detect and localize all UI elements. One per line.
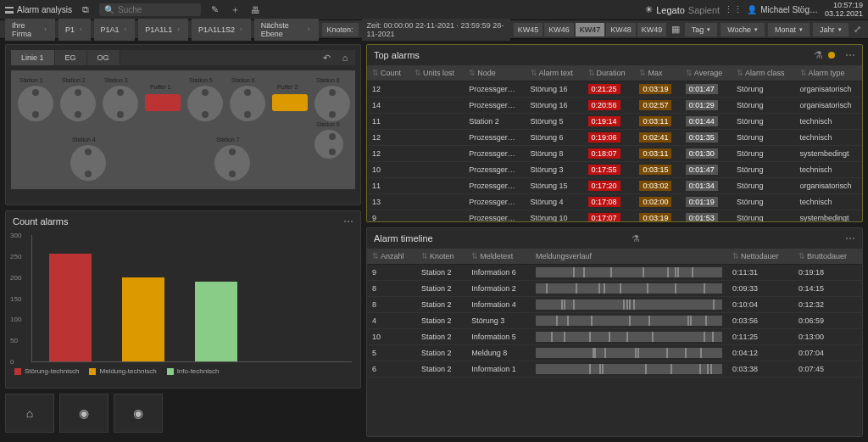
station-5[interactable]: [187, 86, 223, 121]
sort-icon[interactable]: ⇅: [800, 69, 807, 77]
panel-menu-icon[interactable]: ⋯: [343, 215, 353, 227]
table-header[interactable]: ⇅Duration: [583, 65, 635, 81]
target-button-2[interactable]: ◉: [114, 394, 163, 433]
sort-icon[interactable]: ⇅: [469, 69, 476, 77]
table-row[interactable]: 14Prozessger…Störung 160:20:560:02:570:0…: [367, 98, 862, 114]
table-header[interactable]: ⇅Units lost: [409, 65, 464, 81]
period-select[interactable]: Monat ▾: [768, 23, 810, 36]
week-button[interactable]: KW49: [637, 23, 667, 36]
filter-icon[interactable]: ⚗: [814, 49, 823, 61]
table-row[interactable]: 11Prozessger…Störung 150:17:200:03:020:0…: [367, 178, 862, 194]
sort-icon[interactable]: ⇅: [798, 252, 805, 260]
buffer-1-label: Puffer 1: [150, 84, 170, 90]
table-row[interactable]: 6Station 2Information 10:03:380:07:45: [367, 361, 862, 378]
table-row[interactable]: 9Station 2Information 60:11:310:19:18: [367, 265, 862, 281]
table-row[interactable]: 9Prozessger…Störung 100:17:070:03:190:01…: [367, 210, 862, 222]
table-header[interactable]: ⇅Nettodauer: [727, 249, 793, 265]
table-row[interactable]: 10Prozessger…Störung 30:17:550:03:150:01…: [367, 162, 862, 178]
station-2[interactable]: [60, 86, 96, 121]
flow-tab[interactable]: OG: [87, 50, 120, 65]
table-row[interactable]: 8Station 2Information 40:10:040:12:32: [367, 297, 862, 313]
period-select[interactable]: Jahr ▾: [813, 23, 849, 36]
table-header[interactable]: ⇅Anzahl: [367, 249, 416, 265]
table-header[interactable]: ⇅Bruttodauer: [793, 249, 862, 265]
table-header[interactable]: ⇅Average: [681, 65, 732, 81]
table-header[interactable]: ⇅Count: [367, 65, 409, 81]
sort-icon[interactable]: ⇅: [732, 252, 739, 260]
week-button[interactable]: KW45: [514, 23, 543, 36]
table-header[interactable]: ⇅Node: [464, 65, 525, 81]
breadcrumb-item[interactable]: Ihre Firma›: [5, 19, 55, 41]
week-button[interactable]: KW48: [606, 23, 636, 36]
table-row[interactable]: 4Station 2Störung 30:03:560:06:59: [367, 313, 862, 329]
home-icon[interactable]: ⌂: [338, 51, 352, 64]
sort-icon[interactable]: ⇅: [588, 69, 595, 77]
apps-icon[interactable]: ⋮⋮: [726, 3, 740, 17]
table-row[interactable]: 10Station 2Information 50:11:250:13:00: [367, 329, 862, 345]
table-header[interactable]: ⇅Max: [634, 65, 680, 81]
expand-icon[interactable]: ⤢: [852, 23, 863, 36]
search-box[interactable]: 🔍: [99, 3, 201, 16]
chart-bar[interactable]: [195, 282, 237, 361]
table-header[interactable]: ⇅Alarm class: [732, 65, 795, 81]
table-header[interactable]: ⇅Alarm text: [526, 65, 583, 81]
home-button[interactable]: ⌂: [5, 394, 54, 433]
sort-icon[interactable]: ⇅: [531, 69, 537, 77]
table-row[interactable]: 5Station 2Meldung 80:04:120:07:04: [367, 345, 862, 361]
edit-icon[interactable]: ✎: [208, 3, 221, 17]
station-7[interactable]: [214, 145, 250, 181]
sort-icon[interactable]: ⇅: [372, 69, 379, 77]
flow-tab[interactable]: EG: [55, 50, 87, 65]
sort-icon[interactable]: ⇅: [372, 252, 379, 260]
user-menu[interactable]: 👤 Michael Stög…: [747, 5, 818, 14]
breadcrumb-item[interactable]: P1A1›: [94, 19, 136, 41]
breadcrumb-item[interactable]: Nächste Ebene›: [254, 19, 319, 41]
station-6[interactable]: [230, 86, 265, 121]
buffer-1[interactable]: [145, 94, 181, 111]
table-header[interactable]: ⇅Alarm type: [795, 65, 862, 81]
panel-menu-icon[interactable]: ⋯: [845, 232, 855, 244]
table-row[interactable]: 12Prozessger…Störung 60:19:060:02:410:01…: [367, 130, 862, 146]
table-row[interactable]: 12Prozessger…Störung 80:18:070:03:110:01…: [367, 146, 862, 162]
print-icon[interactable]: 🖶: [248, 3, 262, 17]
flow-tab[interactable]: Linie 1: [11, 50, 55, 65]
table-row[interactable]: 8Station 2Information 20:09:330:14:15: [367, 281, 862, 297]
filter-icon[interactable]: ⚗: [632, 233, 640, 244]
period-select[interactable]: Woche ▾: [721, 23, 765, 36]
breadcrumb-item[interactable]: P1A1L1›: [138, 19, 188, 41]
target-button-1[interactable]: ◉: [59, 394, 108, 433]
table-header[interactable]: Meldungsverlauf: [531, 249, 727, 265]
add-icon[interactable]: ＋: [228, 3, 242, 17]
station-4[interactable]: [70, 145, 106, 181]
station-9[interactable]: [314, 130, 343, 159]
sort-icon[interactable]: ⇅: [737, 69, 743, 77]
panel-menu-icon[interactable]: ⋯: [845, 49, 855, 61]
sort-icon[interactable]: ⇅: [415, 69, 421, 77]
table-row[interactable]: 12Prozessger…Störung 160:21:250:03:190:0…: [367, 81, 862, 98]
period-select[interactable]: Tag ▾: [685, 23, 718, 36]
station-3[interactable]: [103, 86, 138, 121]
sort-icon[interactable]: ⇅: [421, 252, 428, 260]
calendar-icon[interactable]: ▦: [670, 23, 681, 36]
chart-bar[interactable]: [122, 277, 164, 361]
back-icon[interactable]: ↶: [320, 51, 333, 64]
buffer-2[interactable]: [272, 94, 308, 111]
week-button[interactable]: KW46: [544, 23, 574, 36]
sort-icon[interactable]: ⇅: [471, 252, 478, 260]
week-button[interactable]: KW47: [576, 23, 605, 36]
flow-canvas[interactable]: Station 1 Station 2 Station 3 Puffer 1 S…: [11, 70, 355, 189]
sort-icon[interactable]: ⇅: [686, 69, 693, 77]
table-header[interactable]: ⇅Meldetext: [466, 249, 531, 265]
table-row[interactable]: 11Station 2Störung 50:19:140:03:110:01:4…: [367, 114, 862, 130]
station-1[interactable]: [18, 86, 53, 121]
breadcrumb-item[interactable]: P1›: [58, 19, 91, 41]
station-8[interactable]: [314, 86, 350, 121]
breadcrumb-item[interactable]: P1A1L1S2›: [192, 19, 251, 41]
table-row[interactable]: 13Prozessger…Störung 40:17:080:02:000:01…: [367, 194, 862, 210]
copy-icon[interactable]: ⧉: [79, 3, 92, 17]
sort-icon[interactable]: ⇅: [639, 69, 646, 77]
table-header[interactable]: ⇅Knoten: [416, 249, 466, 265]
chart-bar[interactable]: [49, 254, 92, 361]
search-input[interactable]: [118, 5, 196, 14]
menu-icon[interactable]: [5, 7, 14, 14]
